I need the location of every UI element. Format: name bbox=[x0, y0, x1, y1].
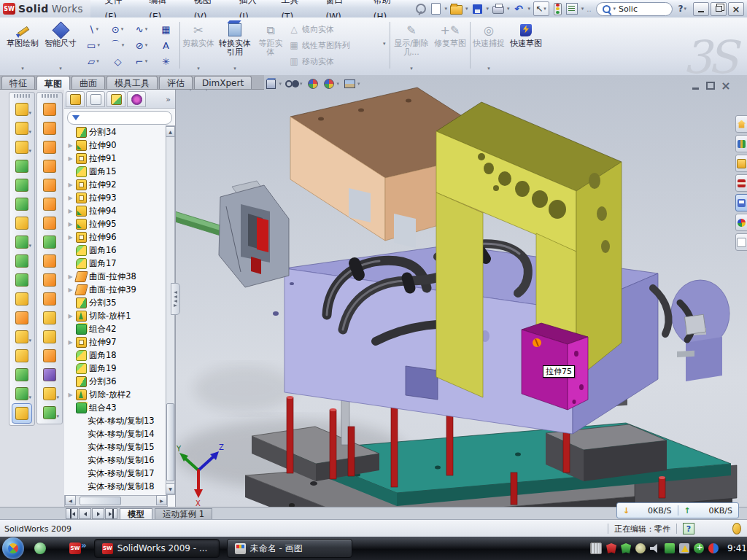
pin-toolbar-icon[interactable] bbox=[415, 3, 427, 15]
display-delete-relations-button[interactable]: ✎ 显示/删除几...▾ bbox=[392, 20, 430, 73]
orange-ribbon-icon[interactable] bbox=[40, 100, 59, 119]
gold-diamond-spark-icon[interactable]: ▾ bbox=[12, 327, 31, 346]
search-dropdown-arrow[interactable]: ▾ bbox=[614, 6, 616, 12]
hide-show-items-icon[interactable]: ▾ bbox=[285, 78, 303, 90]
gold-diamond-spark-dropdown-arrow[interactable]: ▾ bbox=[28, 338, 31, 343]
green-wedge-icon[interactable] bbox=[12, 157, 31, 176]
gold-green-fillet-dropdown-arrow[interactable]: ▾ bbox=[28, 148, 31, 154]
scroll-down-arrow[interactable]: ▼ bbox=[166, 483, 175, 494]
open-button[interactable] bbox=[450, 3, 462, 15]
orange-ball-x-icon[interactable] bbox=[40, 289, 59, 308]
tree-item[interactable]: 圆角18 bbox=[66, 349, 168, 362]
expand-arrow-icon[interactable]: ▶ bbox=[67, 313, 74, 319]
tree-item[interactable]: ▶拉伸92 bbox=[66, 178, 168, 191]
tree-item[interactable]: ▶切除-放样1 bbox=[66, 309, 168, 322]
graphics-viewport[interactable]: Y Z X bbox=[175, 75, 747, 507]
expand-arrow-icon[interactable]: ▶ bbox=[67, 208, 74, 214]
orange-elbow-icon[interactable] bbox=[40, 271, 59, 289]
usb-tray-icon[interactable] bbox=[665, 543, 675, 553]
linear-pattern-button[interactable]: ▦线性草图阵列 bbox=[289, 37, 381, 53]
tree-item[interactable]: 圆角17 bbox=[66, 257, 168, 270]
save-dropdown-arrow[interactable]: ▾ bbox=[487, 6, 489, 12]
sync-tray-icon[interactable] bbox=[708, 543, 719, 553]
green-sprout-icon[interactable] bbox=[40, 233, 59, 252]
edit-appearance-icon[interactable] bbox=[306, 78, 320, 90]
solidworks-toolbox-button[interactable] bbox=[735, 174, 747, 192]
spline-dropdown-arrow[interactable]: ▾ bbox=[145, 26, 148, 32]
open-dropdown-arrow[interactable]: ▾ bbox=[465, 6, 468, 12]
help-dropdown-arrow[interactable]: ▾ bbox=[684, 6, 686, 12]
view-orientation-icon[interactable]: ▾ bbox=[265, 78, 283, 90]
orange-diamond-ring-icon[interactable] bbox=[40, 195, 59, 214]
last-tab-button[interactable] bbox=[105, 508, 117, 519]
scroll-up-arrow[interactable]: ▲ bbox=[166, 126, 175, 137]
status-help-icon[interactable]: ? bbox=[683, 523, 694, 534]
point-tool-icon[interactable]: ✳ bbox=[154, 53, 178, 69]
expand-arrow-icon[interactable]: ▶ bbox=[67, 339, 74, 346]
select-button[interactable]: ↖▾ bbox=[533, 1, 549, 16]
model-3d-view[interactable]: Y Z X bbox=[175, 75, 747, 507]
file-explorer-button[interactable] bbox=[735, 155, 747, 172]
tree-item[interactable]: 圆角15 bbox=[66, 165, 168, 178]
orange-slab-icon[interactable] bbox=[40, 214, 59, 233]
sketch-fillet-dropdown-arrow[interactable]: ▾ bbox=[145, 58, 148, 64]
green-spline2-dropdown-arrow[interactable]: ▾ bbox=[56, 413, 59, 419]
gold-diamond-spark2-icon[interactable]: ▾ bbox=[40, 384, 59, 403]
hide-show-items-dropdown-arrow[interactable]: ▾ bbox=[300, 81, 303, 87]
selection-box-tool-icon[interactable]: ▦ bbox=[154, 21, 178, 37]
gold-cube-wand-icon[interactable] bbox=[12, 214, 31, 233]
view-settings-icon[interactable]: ▾ bbox=[343, 78, 361, 90]
part-gray-insert[interactable] bbox=[175, 181, 289, 287]
new-dropdown-arrow[interactable]: ▾ bbox=[445, 6, 448, 12]
sketch-fillet-tool-icon[interactable]: ⌐▾ bbox=[130, 53, 154, 69]
tree-item[interactable]: ▶曲面-拉伸38 bbox=[66, 270, 168, 283]
configurationmanager-tab[interactable] bbox=[107, 91, 125, 107]
orange-flag-icon[interactable] bbox=[40, 119, 59, 138]
gold-box-icon[interactable] bbox=[40, 308, 59, 327]
pattern-dropdown-arrow[interactable]: ▾ bbox=[383, 41, 386, 47]
tree-item[interactable]: 实体-移动/复制13 bbox=[66, 414, 168, 427]
mirror-entities-button[interactable]: △镜向实体 bbox=[289, 21, 381, 37]
polygon-tool-icon[interactable]: ◇ bbox=[106, 53, 130, 69]
tree-item[interactable]: ▶拉伸94 bbox=[66, 204, 168, 217]
gold-diamond-icon[interactable] bbox=[12, 346, 31, 365]
tree-item[interactable]: 实体-移动/复制18 bbox=[66, 480, 168, 493]
tree-filter-input[interactable] bbox=[67, 111, 172, 125]
expand-arrow-icon[interactable]: ▶ bbox=[67, 221, 74, 228]
quick-launch-chevron[interactable]: » bbox=[81, 540, 87, 551]
tree-item[interactable]: ▶拉伸90 bbox=[66, 139, 168, 152]
tree-item[interactable]: 圆角19 bbox=[66, 362, 168, 375]
offset-entities-button[interactable]: ⧉ 等距实体 bbox=[255, 20, 286, 73]
corner-rectangle-tool-icon[interactable]: ▭▾ bbox=[82, 37, 106, 53]
orange-stack-icon[interactable] bbox=[40, 252, 59, 271]
tree-item[interactable]: ▶切除-放样2 bbox=[66, 388, 168, 401]
prev-tab-button[interactable] bbox=[79, 508, 91, 519]
tree-item[interactable]: 实体-移动/复制17 bbox=[66, 467, 168, 480]
minimize-button[interactable] bbox=[693, 2, 709, 16]
featuremanager-tab[interactable] bbox=[66, 91, 85, 107]
gold-cube-window-dropdown-arrow[interactable]: ▾ bbox=[28, 129, 31, 135]
quick-snaps-button[interactable]: ◎ 快速捕捉▾ bbox=[473, 20, 505, 73]
gold-split-pages-icon[interactable] bbox=[12, 289, 31, 308]
gold-cube-arrow-icon[interactable]: ▾ bbox=[12, 100, 31, 119]
tree-item[interactable]: 组合42 bbox=[66, 322, 168, 335]
green-spline2-icon[interactable]: ▾ bbox=[40, 403, 59, 422]
volume-tray-icon[interactable] bbox=[650, 543, 660, 553]
green-spline-dropdown-arrow[interactable]: ▾ bbox=[28, 394, 31, 400]
tree-item[interactable]: 分割36 bbox=[66, 375, 168, 388]
expand-arrow-icon[interactable]: ▶ bbox=[67, 155, 74, 162]
arc-tool-icon[interactable]: ⌒▾ bbox=[106, 37, 130, 53]
measure-tool-icon[interactable] bbox=[12, 403, 32, 424]
view-settings-dropdown-arrow[interactable]: ▾ bbox=[357, 81, 360, 87]
tab-草图[interactable]: 草图 bbox=[36, 76, 70, 90]
expand-arrow-icon[interactable]: ▶ bbox=[67, 234, 74, 241]
network-tray-icon[interactable] bbox=[679, 543, 689, 553]
start-button[interactable] bbox=[2, 537, 24, 559]
tree-item[interactable]: ▶拉伸91 bbox=[66, 152, 168, 165]
doc-close-button[interactable] bbox=[719, 80, 732, 91]
doc-restore-button[interactable] bbox=[704, 80, 717, 91]
search-input[interactable]: ▾ Solic bbox=[596, 2, 673, 16]
tree-item[interactable]: 分割34 bbox=[66, 125, 168, 139]
model-tab-模型[interactable]: 模型 bbox=[120, 508, 152, 520]
expand-arrow-icon[interactable]: ▶ bbox=[67, 195, 74, 201]
